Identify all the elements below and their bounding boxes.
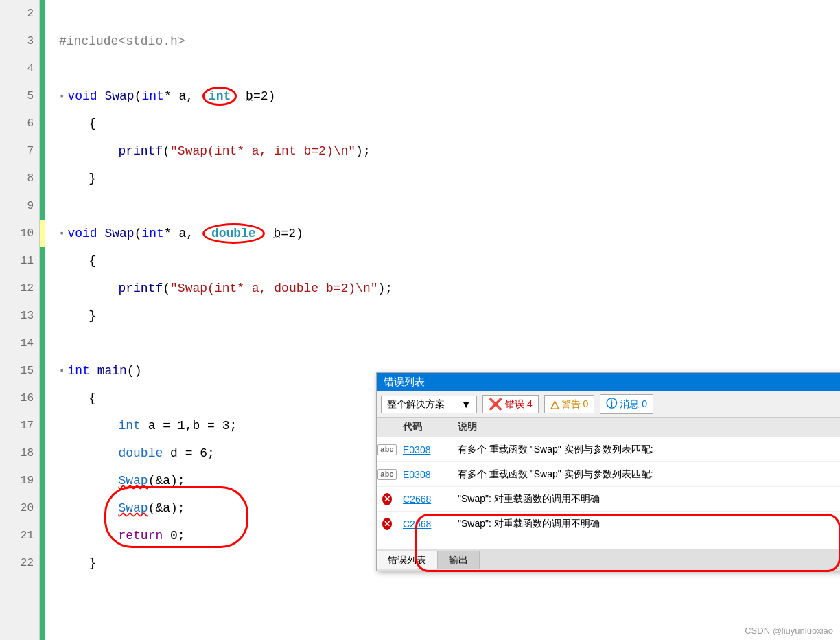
- brace-open-6: {: [59, 117, 96, 130]
- punct-19: (&a);: [148, 474, 185, 488]
- info-badge-label: 消息 0: [620, 398, 647, 411]
- error-panel-title: 错误列表: [384, 376, 425, 389]
- code-line-7: printf("Swap(int* a, int b=2)\n");: [59, 137, 840, 165]
- kw-int-5: int: [141, 89, 163, 103]
- line-num-11: 11: [0, 247, 39, 275]
- code-line-3: #include<stdio.h>: [59, 27, 840, 55]
- line-num-8: 8: [0, 165, 39, 192]
- line-num-18: 18: [0, 439, 39, 467]
- kw-void-5: void: [67, 89, 97, 103]
- error-icon-cell-1: abc: [377, 442, 397, 458]
- brace-open-16: {: [59, 391, 96, 405]
- punct-7b: );: [355, 144, 371, 158]
- code-line-14: [59, 330, 840, 357]
- dropdown-arrow-icon: ▼: [461, 399, 471, 410]
- error-count-badge: ❌ 错误 4: [482, 395, 539, 413]
- error-icon-cell-4: ✕: [377, 515, 397, 533]
- indent-18: [59, 446, 118, 460]
- line-num-6: 6: [0, 110, 39, 137]
- punct-5a: (: [135, 89, 142, 103]
- collapse-icon-5: ▪: [59, 91, 65, 102]
- error-row-3[interactable]: ✕ C2668 "Swap": 对重载函数的调用不明确: [377, 487, 840, 512]
- error-row-4[interactable]: ✕ C2668 "Swap": 对重载函数的调用不明确: [377, 512, 840, 536]
- error-panel-title-bar: 错误列表: [377, 373, 840, 391]
- indent-19: [59, 474, 118, 488]
- footer-tab-errors[interactable]: 错误列表: [377, 551, 438, 569]
- line-num-4: 4: [0, 55, 39, 82]
- error-code-4: C2668: [397, 516, 452, 532]
- code-line-10: ▪void Swap(int* a, double b=2): [59, 220, 840, 247]
- error-icon-4: ✕: [382, 518, 392, 530]
- brace-close-13: }: [59, 309, 96, 323]
- line-num-12: 12: [0, 275, 39, 302]
- abc-icon-2: abc: [377, 469, 397, 480]
- code-line-2: [59, 0, 840, 27]
- kw-int-15: int: [67, 364, 89, 378]
- error-table-header: 代码 说明: [377, 418, 840, 437]
- kw-int-17: int: [118, 419, 140, 433]
- punct-20: (&a);: [148, 501, 185, 515]
- header-col3: 说明: [452, 420, 840, 435]
- swap-call-19: Swap: [118, 474, 148, 488]
- printf-12: printf: [118, 282, 163, 295]
- line-num-14: 14: [0, 330, 39, 357]
- brace-close-22: }: [59, 556, 96, 570]
- error-row-2[interactable]: abc E0308 有多个 重载函数 "Swap" 实例与参数列表匹配:: [377, 462, 840, 487]
- code-line-11: {: [59, 247, 840, 275]
- line-num-16: 16: [0, 385, 39, 412]
- footer-tab-output[interactable]: 输出: [438, 551, 480, 569]
- error-code-3: C2668: [397, 491, 452, 507]
- code-line-9: [59, 192, 840, 220]
- kw-return-21: return: [118, 529, 163, 542]
- kw-void-10: void: [67, 227, 97, 240]
- indent-20: [59, 501, 118, 515]
- code-area: 2 3 4 5 6 7 8 9 10 11 12 13 14 15 16 17 …: [0, 0, 840, 640]
- circle-int: int: [202, 87, 237, 106]
- code-line-8: }: [59, 165, 840, 192]
- brace-close-8: }: [59, 172, 96, 185]
- punct-10b: * a,: [164, 227, 201, 240]
- code-line-4: [59, 55, 840, 82]
- collapse-icon-15: ▪: [59, 365, 65, 376]
- error-panel: 错误列表 整个解决方案 ▼ ❌ 错误 4 △ 警告 0 ⓘ 消息 0: [376, 372, 840, 571]
- kw-double-18: double: [118, 446, 163, 460]
- line-num-17: 17: [0, 412, 39, 439]
- line-num-20: 20: [0, 494, 39, 522]
- error-panel-toolbar: 整个解决方案 ▼ ❌ 错误 4 △ 警告 0 ⓘ 消息 0: [377, 391, 840, 418]
- code-line-12: printf("Swap(int* a, double b=2)\n");: [59, 275, 840, 302]
- warning-badge-label: 警告 0: [561, 398, 589, 411]
- error-desc-4: "Swap": 对重载函数的调用不明确: [452, 515, 840, 533]
- punct-15: (): [127, 364, 142, 378]
- line-num-13: 13: [0, 302, 39, 330]
- line-num-15: 15: [0, 357, 39, 385]
- punct-10a: (: [135, 227, 142, 240]
- error-row-1[interactable]: abc E0308 有多个 重载函数 "Swap" 实例与参数列表匹配:: [377, 437, 840, 462]
- code-line-13: }: [59, 302, 840, 330]
- swap-call-20: Swap: [118, 501, 148, 515]
- indent-17: [59, 419, 118, 433]
- str-12: "Swap(int* a, double b=2)\n": [170, 282, 377, 295]
- error-desc-1: 有多个 重载函数 "Swap" 实例与参数列表匹配:: [452, 441, 840, 459]
- indent-21: [59, 529, 118, 542]
- solution-label: 整个解决方案: [387, 398, 445, 411]
- printf-7: printf: [118, 144, 163, 158]
- line-num-5: 5: [0, 82, 39, 110]
- error-desc-3: "Swap": 对重载函数的调用不明确: [452, 490, 840, 508]
- line-num-7: 7: [0, 137, 39, 165]
- circle-double: double: [202, 223, 265, 244]
- yellow-line-indicator: [40, 220, 45, 247]
- kw-int-10: int: [141, 227, 163, 240]
- error-panel-footer: 错误列表 输出: [377, 549, 840, 571]
- error-icon-cell-2: abc: [377, 466, 397, 483]
- punct-12b: );: [378, 282, 393, 295]
- line-numbers: 2 3 4 5 6 7 8 9 10 11 12 13 14 15 16 17 …: [0, 0, 40, 640]
- collapse-icon-10: ▪: [59, 228, 65, 239]
- error-table: abc E0308 有多个 重载函数 "Swap" 实例与参数列表匹配: abc…: [377, 437, 840, 549]
- error-x-icon: ❌: [489, 398, 502, 411]
- header-col1: [377, 420, 397, 435]
- line-num-22: 22: [0, 549, 39, 577]
- fn-main-15: main: [97, 364, 127, 378]
- punct-5b: * a,: [164, 89, 201, 103]
- punct-5c: b=2): [238, 89, 275, 103]
- solution-dropdown[interactable]: 整个解决方案 ▼: [381, 396, 477, 413]
